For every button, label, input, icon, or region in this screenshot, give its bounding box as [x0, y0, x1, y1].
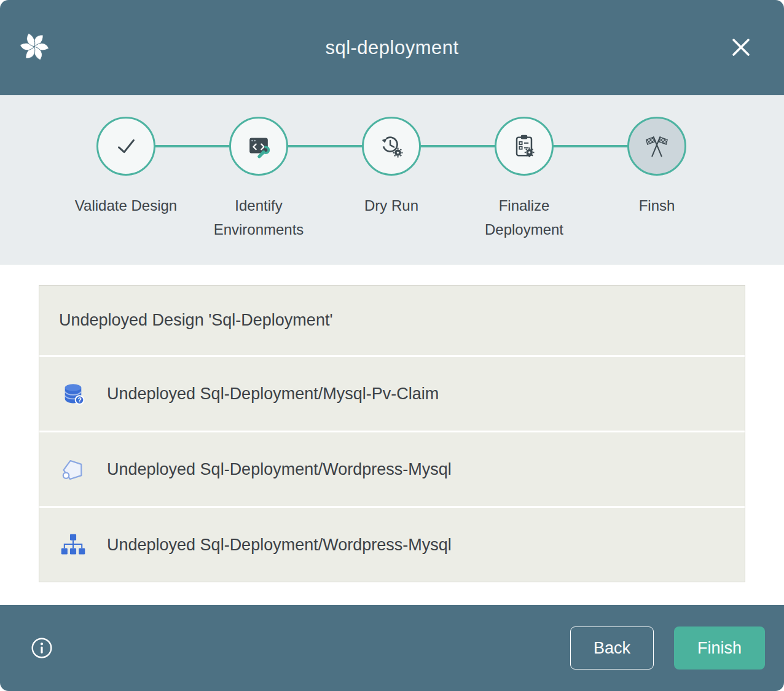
step-circle-identify-environments: [229, 117, 288, 176]
status-row-design: Undeployed Design 'Sql-Deployment': [39, 286, 745, 355]
clipboard-gear-icon: [510, 132, 538, 160]
step-label: Validate Design: [75, 194, 177, 218]
history-gear-icon: [377, 132, 406, 160]
stepper-steps: Validate Design Identify Envi: [60, 117, 723, 242]
svg-text:?: ?: [77, 397, 81, 404]
step-circle-dry-run: [362, 117, 421, 176]
step-finish: Finsh: [590, 117, 723, 242]
modal-title: sql-deployment: [0, 37, 784, 59]
close-button[interactable]: [730, 36, 752, 58]
status-text: Undeployed Sql-Deployment/Wordpress-Mysq…: [107, 460, 452, 479]
step-dry-run: Dry Run: [325, 117, 458, 242]
modal-footer: Back Finish: [0, 605, 784, 691]
status-text: Undeployed Sql-Deployment/Mysql-Pv-Claim: [107, 385, 439, 404]
step-circle-validate-design: [96, 117, 155, 176]
back-button[interactable]: Back: [570, 627, 654, 670]
status-row-mysql-pv-claim: ? Undeployed Sql-Deployment/Mysql-Pv-Cla…: [39, 357, 745, 431]
status-text: Undeployed Sql-Deployment/Wordpress-Mysq…: [107, 536, 452, 555]
footer-actions: Back Finish: [570, 627, 765, 670]
database-question-icon: ?: [59, 380, 87, 407]
info-icon: [31, 637, 53, 659]
code-window-wrench-icon: [245, 132, 273, 160]
checkered-flags-icon: [643, 132, 671, 160]
step-circle-finalize-deployment: [495, 117, 554, 176]
check-icon: [112, 132, 140, 160]
topology-tree-icon: [59, 531, 87, 558]
pentagon-node-icon: [59, 456, 87, 483]
status-text: Undeployed Design 'Sql-Deployment': [59, 311, 333, 330]
status-row-wordpress-mysql-node: Undeployed Sql-Deployment/Wordpress-Mysq…: [39, 432, 745, 506]
deployment-status-panel: Undeployed Design 'Sql-Deployment' ? Und…: [39, 285, 745, 582]
step-finalize-deployment: Finalize Deployment: [458, 117, 590, 242]
finish-button[interactable]: Finish: [674, 627, 765, 670]
step-circle-finish: [627, 117, 686, 176]
info-button[interactable]: [31, 637, 53, 659]
modal-header: sql-deployment: [0, 0, 784, 95]
deployment-wizard-modal: sql-deployment Validate Design: [0, 0, 784, 691]
status-row-wordpress-mysql-topology: Undeployed Sql-Deployment/Wordpress-Mysq…: [39, 508, 745, 582]
step-identify-environments: Identify Environments: [192, 117, 325, 242]
step-label: Finalize Deployment: [471, 194, 578, 242]
close-icon: [730, 36, 752, 58]
wizard-stepper: Validate Design Identify Envi: [0, 95, 784, 265]
wizard-content: Undeployed Design 'Sql-Deployment' ? Und…: [0, 265, 784, 605]
step-label: Finsh: [639, 194, 675, 218]
step-label: Identify Environments: [205, 194, 313, 242]
step-validate-design: Validate Design: [60, 117, 192, 242]
step-label: Dry Run: [364, 194, 418, 218]
